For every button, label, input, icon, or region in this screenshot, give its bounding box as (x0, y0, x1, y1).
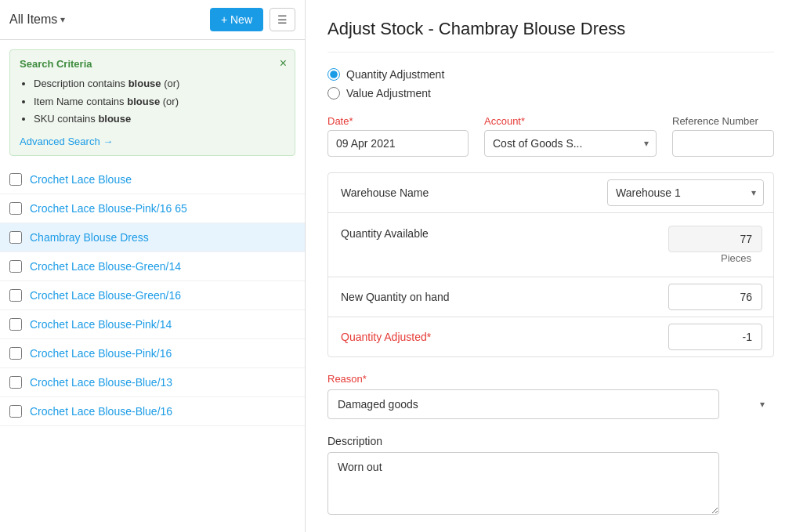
list-item[interactable]: Crochet Lace Blouse (0, 165, 305, 194)
new-quantity-value (563, 277, 773, 317)
item-checkbox[interactable] (9, 260, 22, 273)
warehouse-row: Warehouse Name Warehouse 1 Warehouse 2 ▾ (328, 173, 773, 213)
item-name[interactable]: Crochet Lace Blouse-Blue/16 (30, 405, 172, 418)
unit-label: Pieces (721, 252, 762, 269)
warehouse-select-wrap: Warehouse 1 Warehouse 2 ▾ (607, 179, 764, 206)
reason-label: Reason* (327, 373, 774, 385)
item-name[interactable]: Crochet Lace Blouse-Green/16 (30, 289, 181, 302)
quantity-adjustment-option[interactable]: Quantity Adjustment (327, 68, 774, 81)
item-list: Crochet Lace Blouse Crochet Lace Blouse-… (0, 165, 305, 533)
warehouse-name-label: Warehouse Name (328, 177, 563, 208)
reason-select[interactable]: Damaged goods Theft Stock correction Oth… (327, 389, 719, 419)
item-checkbox[interactable] (9, 202, 22, 215)
item-name[interactable]: Crochet Lace Blouse-Pink/14 (30, 318, 172, 331)
new-quantity-row: New Quantity on hand (328, 277, 773, 317)
date-label: Date* (327, 115, 469, 127)
top-form-row: Date* Account* Cost of Goods S... ▾ Refe… (327, 115, 774, 157)
advanced-search-link[interactable]: Advanced Search → (20, 136, 113, 147)
warehouse-name-value: Warehouse 1 Warehouse 2 ▾ (563, 173, 773, 212)
value-adjustment-radio[interactable] (327, 87, 340, 100)
page-title: Adjust Stock - Chambray Blouse Dress (327, 19, 774, 52)
stock-form-table: Warehouse Name Warehouse 1 Warehouse 2 ▾… (327, 172, 774, 357)
list-item[interactable]: Crochet Lace Blouse-Green/16 (0, 281, 305, 310)
new-quantity-label: New Quantity on hand (328, 281, 563, 313)
quantity-adjustment-label: Quantity Adjustment (346, 68, 444, 81)
item-checkbox[interactable] (9, 289, 22, 302)
reason-wrap: Damaged goods Theft Stock correction Oth… (327, 389, 774, 419)
item-name[interactable]: Crochet Lace Blouse-Green/14 (30, 260, 181, 273)
search-criteria-title: Search Criteria (20, 58, 285, 70)
item-name[interactable]: Crochet Lace Blouse-Pink/16 (30, 347, 172, 360)
item-name[interactable]: Crochet Lace Blouse (30, 173, 132, 186)
item-checkbox[interactable] (9, 173, 22, 186)
all-items-button[interactable]: All Items ▾ (9, 13, 65, 27)
list-item: Description contains blouse (or) (34, 76, 285, 92)
chevron-down-icon: ▾ (760, 399, 765, 410)
item-checkbox[interactable] (9, 231, 22, 244)
dropdown-arrow-icon: ▾ (60, 14, 65, 25)
reference-input[interactable] (672, 130, 774, 157)
quantity-adjustment-radio[interactable] (327, 68, 340, 81)
quantity-available-display: 77 (668, 226, 762, 252)
new-button-label: + New (221, 13, 252, 26)
item-name[interactable]: Crochet Lace Blouse-Blue/13 (30, 376, 172, 389)
account-select[interactable]: Cost of Goods S... (484, 130, 657, 157)
value-adjustment-option[interactable]: Value Adjustment (327, 87, 774, 100)
hamburger-icon: ☰ (277, 13, 288, 26)
date-input[interactable] (327, 130, 469, 157)
description-textarea[interactable]: Worn out (327, 452, 719, 515)
list-item[interactable]: Crochet Lace Blouse-Pink/16 65 (0, 194, 305, 223)
quantity-available-value: 77 Pieces (563, 219, 773, 275)
list-item[interactable]: Chambray Blouse Dress (0, 223, 305, 252)
item-checkbox[interactable] (9, 347, 22, 360)
list-item: SKU contains blouse (34, 111, 285, 127)
list-item[interactable]: Crochet Lace Blouse-Blue/16 (0, 397, 305, 426)
reason-section: Reason* Damaged goods Theft Stock correc… (327, 373, 774, 419)
item-checkbox[interactable] (9, 376, 22, 389)
quantity-adjusted-value (563, 317, 773, 356)
list-item[interactable]: Crochet Lace Blouse-Pink/14 (0, 310, 305, 339)
quantity-available-row: Quantity Available 77 Pieces (328, 213, 773, 277)
adjustment-type-group: Quantity Adjustment Value Adjustment (327, 68, 774, 100)
warehouse-select[interactable]: Warehouse 1 Warehouse 2 (607, 179, 764, 206)
account-select-wrap: Cost of Goods S... ▾ (484, 130, 657, 157)
value-adjustment-label: Value Adjustment (346, 87, 431, 100)
description-section: Description Worn out (327, 435, 774, 517)
item-name[interactable]: Chambray Blouse Dress (30, 231, 149, 244)
reference-group: Reference Number (672, 115, 774, 157)
close-search-criteria-button[interactable]: × (280, 56, 287, 71)
quantity-adjusted-row: Quantity Adjusted* (328, 317, 773, 356)
quantity-available-label: Quantity Available (328, 219, 563, 249)
new-quantity-input[interactable] (668, 284, 762, 310)
reference-label: Reference Number (672, 115, 774, 127)
left-header: All Items ▾ + New ☰ (0, 0, 305, 40)
list-item[interactable]: Crochet Lace Blouse-Blue/13 (0, 368, 305, 397)
quantity-adjusted-label: Quantity Adjusted* (328, 321, 563, 353)
quantity-adjusted-input[interactable] (668, 324, 762, 350)
item-checkbox[interactable] (9, 318, 22, 331)
all-items-label: All Items (9, 13, 57, 27)
list-item[interactable]: Crochet Lace Blouse-Green/14 (0, 252, 305, 281)
account-group: Account* Cost of Goods S... ▾ (484, 115, 657, 157)
right-panel: Adjust Stock - Chambray Blouse Dress Qua… (306, 0, 796, 532)
account-label: Account* (484, 115, 657, 127)
left-panel: All Items ▾ + New ☰ Search Criteria × De… (0, 0, 306, 532)
new-button[interactable]: + New (210, 8, 263, 31)
list-item[interactable]: Crochet Lace Blouse-Pink/16 (0, 339, 305, 368)
search-criteria-box: Search Criteria × Description contains b… (9, 49, 295, 156)
item-name[interactable]: Crochet Lace Blouse-Pink/16 65 (30, 202, 187, 215)
list-item: Item Name contains blouse (or) (34, 94, 285, 110)
date-group: Date* (327, 115, 469, 157)
criteria-list: Description contains blouse (or) Item Na… (20, 76, 285, 127)
menu-button[interactable]: ☰ (270, 8, 295, 31)
close-icon: × (280, 56, 287, 70)
item-checkbox[interactable] (9, 405, 22, 418)
description-label: Description (327, 435, 774, 447)
